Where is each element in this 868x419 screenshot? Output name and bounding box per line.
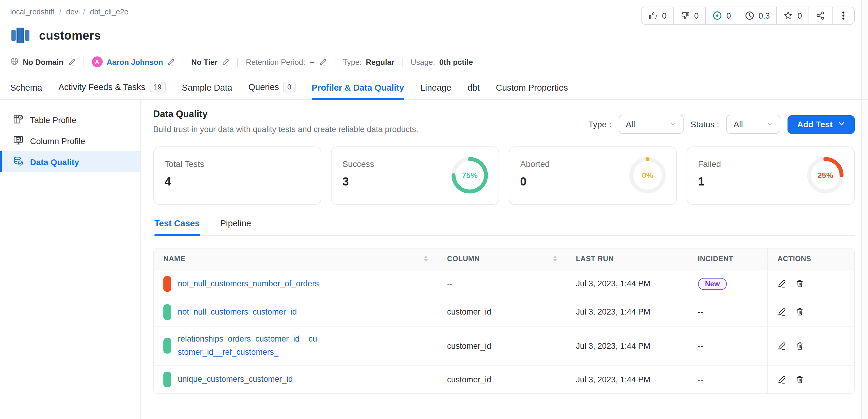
column-value: customer_id [437,298,566,327]
edit-domain-icon[interactable] [68,58,75,66]
column-profile-icon [13,135,24,147]
breadcrumb-separator: / [83,8,85,16]
test-case-link[interactable]: relationships_orders_customer_id__custom… [178,332,321,359]
vertical-scrollbar[interactable] [861,0,868,419]
delete-test-icon[interactable] [796,280,805,288]
share-button[interactable] [809,7,833,24]
last-run-value: Jul 3, 2023, 1:44 PM [566,366,688,393]
test-view-tabs: Test Cases Pipeline [153,219,855,236]
tab-queries[interactable]: Queries0 [248,82,295,99]
globe-icon [10,57,19,67]
edit-test-icon[interactable] [778,375,786,384]
upvote-button[interactable]: 0 [642,7,674,24]
incident-new-badge[interactable]: New [698,278,727,290]
version-history-button[interactable]: 0.3 [738,7,777,24]
sidebar-item-label: Data Quality [30,157,79,167]
sort-icon[interactable] [553,256,557,262]
chevron-down-icon [767,120,773,129]
page-title: customers [39,29,101,42]
test-case-link[interactable]: unique_customers_customer_id [178,373,293,387]
status-indicator-success [163,304,171,320]
edit-owner-icon[interactable] [167,58,175,66]
tab-pipeline[interactable]: Pipeline [220,219,251,235]
sidebar-item-column-profile[interactable]: Column Profile [0,130,140,151]
owner-avatar: A [92,57,102,67]
meta-divider [334,57,335,66]
redshift-table-icon [10,25,31,45]
column-header-name[interactable]: NAME [154,249,437,270]
tier-value: No Tier [191,57,218,66]
add-test-button[interactable]: Add Test [787,115,855,134]
column-header-column[interactable]: COLUMN [437,249,566,270]
data-quality-panel: Data Quality Build trust in your data wi… [141,100,861,419]
column-header-incident: INCIDENT [688,249,767,270]
sidebar-item-data-quality[interactable]: Data Quality [0,151,140,172]
tier-field: No Tier [191,57,230,66]
tab-custom-properties[interactable]: Custom Properties [496,83,568,99]
tab-profiler-data-quality[interactable]: Profiler & Data Quality [312,83,404,99]
type-label: Type: [343,57,362,66]
downvote-button[interactable]: 0 [674,7,706,24]
star-button[interactable]: 0 [777,7,809,24]
usage-field: Usage: 0th pctile [410,57,473,66]
incident-value: -- [688,327,767,366]
sidebar-item-table-profile[interactable]: Table Profile [0,109,140,130]
breadcrumb-service[interactable]: local_redshift [10,8,54,16]
test-case-link[interactable]: not_null_customers_number_of_orders [178,277,319,291]
tasks-button[interactable]: 0 [706,7,738,24]
share-icon [816,11,825,21]
type-value: Regular [366,57,394,66]
delete-test-icon[interactable] [796,341,805,350]
more-options-button[interactable] [833,7,854,24]
table-header-row: NAME COLUMN LAST RUN INCIDENT ACTIONS [154,249,854,270]
tab-schema[interactable]: Schema [10,83,42,99]
column-value: customer_id [437,327,566,366]
edit-tier-icon[interactable] [222,58,230,66]
entity-tab-bar: Schema Activity Feeds & Tasks19 Sample D… [0,78,868,100]
delete-test-icon[interactable] [796,375,805,384]
queries-count-badge: 0 [283,82,296,92]
usage-label: Usage: [410,57,435,66]
breadcrumb-separator: / [59,8,61,16]
tab-activity-feeds[interactable]: Activity Feeds & Tasks19 [58,82,165,99]
edit-retention-icon[interactable] [319,58,327,66]
svg-text:0%: 0% [642,171,653,180]
meta-divider [183,57,184,66]
task-count: 0 [726,11,731,20]
edit-test-icon[interactable] [778,341,786,350]
star-icon [784,11,793,21]
aborted-donut: 0% [628,156,667,195]
type-filter-select[interactable]: All [618,115,683,134]
status-filter-select[interactable]: All [726,115,780,134]
incident-value: -- [688,366,767,393]
star-count: 0 [798,11,802,20]
total-tests-card: Total Tests 4 [153,147,321,205]
edit-test-icon[interactable] [778,308,786,317]
delete-test-icon[interactable] [796,308,805,317]
breadcrumb-database[interactable]: dev [66,8,78,16]
column-header-last-run: LAST RUN [566,249,688,270]
last-run-value: Jul 3, 2023, 1:44 PM [566,298,688,327]
table-row: not_null_customers_number_of_orders -- J… [154,270,854,298]
app-window: local_redshift / dev / dbt_cli_e2e 0 0 0… [0,0,868,419]
breadcrumb-schema[interactable]: dbt_cli_e2e [90,8,128,16]
meta-divider [238,57,238,66]
sort-icon[interactable] [424,256,428,262]
panel-description: Build trust in your data with quality te… [153,124,418,136]
domain-value: No Domain [23,57,63,66]
test-case-link[interactable]: not_null_customers_customer_id [178,305,297,319]
chevron-down-icon [838,120,845,129]
table-row: unique_customers_customer_id customer_id… [154,366,854,393]
tab-sample-data[interactable]: Sample Data [182,83,232,99]
owner-link[interactable]: Aaron Johnson [106,57,163,66]
tab-test-cases[interactable]: Test Cases [154,219,200,235]
panel-heading: Data Quality Build trust in your data wi… [153,109,418,136]
failed-card: Failed 1 25% [687,147,855,205]
tab-dbt[interactable]: dbt [468,83,479,99]
column-value: customer_id [437,366,566,393]
tab-lineage[interactable]: Lineage [420,83,451,99]
edit-test-icon[interactable] [778,280,786,288]
failed-donut: 25% [806,156,844,195]
column-value: -- [437,270,566,298]
status-indicator-success [163,372,171,387]
